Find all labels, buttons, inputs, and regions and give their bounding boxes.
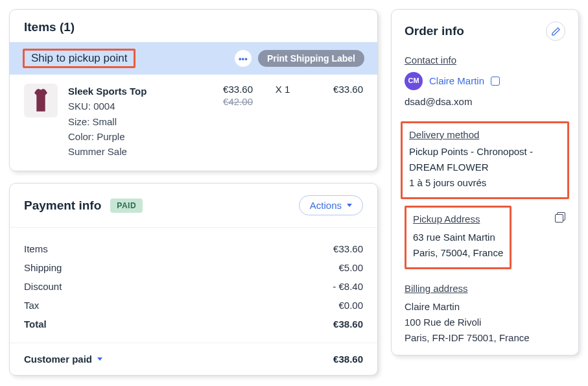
more-menu-button[interactable]: ••• [235, 50, 252, 67]
contact-email: dsad@dsa.xom [405, 94, 565, 110]
payment-card: Payment info PAID Actions Items €33.60 S… [9, 183, 378, 376]
pickup-label: Pickup Address [413, 211, 503, 227]
chevron-down-icon [97, 357, 102, 361]
customer-paid-amount: €38.60 [333, 354, 363, 365]
items-label: Items [24, 243, 48, 254]
customer-paid-label: Customer paid [24, 354, 92, 365]
billing-line2: Paris, FR-IDF 75001, France [405, 330, 565, 346]
billing-line1: 100 Rue de Rivoli [405, 315, 565, 330]
product-size: Size: Small [68, 114, 194, 129]
chevron-down-icon [347, 204, 352, 207]
contact-label: Contact info [405, 53, 565, 68]
tshirt-icon [30, 88, 52, 114]
delivery-method-highlight: Delivery method Pickup Points - Chronopo… [401, 121, 569, 199]
billing-section: Billing address Claire Martin 100 Rue de… [392, 276, 578, 355]
total-label: Total [24, 319, 47, 330]
billing-name: Claire Martin [405, 299, 565, 315]
shipping-label: Shipping [24, 262, 62, 273]
total-value: €38.60 [333, 319, 363, 330]
shipping-value: €5.00 [338, 262, 363, 273]
pickup-line2: Paris, 75004, France [413, 245, 503, 261]
product-thumbnail [24, 84, 58, 117]
pickup-address-highlight: Pickup Address 63 rue Saint Martin Paris… [405, 206, 512, 269]
payment-row-items: Items €33.60 [24, 239, 363, 258]
tax-label: Tax [24, 300, 39, 311]
edit-button[interactable] [546, 21, 565, 41]
actions-button[interactable]: Actions [299, 195, 363, 215]
actions-label: Actions [310, 200, 342, 211]
ship-to-pickup-badge: Ship to pickup point [23, 49, 135, 68]
quantity: X 1 [263, 84, 302, 159]
items-header: Items (1) [10, 10, 377, 42]
items-card: Items (1) Ship to pickup point ••• Print… [9, 9, 378, 171]
payment-row-tax: Tax €0.00 [24, 296, 363, 315]
product-name: Sleek Sports Top [68, 84, 194, 99]
ship-bar: Ship to pickup point ••• Print Shipping … [10, 42, 377, 75]
delivery-label: Delivery method [409, 127, 561, 143]
payment-row-total: Total €38.60 [24, 315, 363, 339]
chat-icon[interactable] [491, 77, 500, 86]
line-total: €33.60 [312, 84, 363, 159]
unit-price: €33.60 [205, 84, 253, 95]
unit-price-col: €33.60 €42.00 [205, 84, 253, 159]
order-info-title: Order info [405, 24, 464, 38]
copy-address-button[interactable] [555, 212, 565, 223]
product-color: Color: Purple [68, 129, 194, 144]
line-item: Sleek Sports Top SKU: 0004 Size: Small C… [10, 75, 377, 171]
product-promo: Summer Sale [68, 144, 194, 159]
delivery-eta: 1 à 5 jours ouvrés [409, 175, 561, 191]
original-price: €42.00 [205, 96, 253, 107]
print-shipping-label-button[interactable]: Print Shipping Label [258, 50, 364, 67]
payment-title: Payment info [24, 199, 101, 213]
contact-name-link[interactable]: Claire Martin [429, 73, 484, 89]
product-sku: SKU: 0004 [68, 99, 194, 114]
avatar: CM [405, 72, 423, 90]
billing-label: Billing address [405, 281, 565, 296]
product-details: Sleek Sports Top SKU: 0004 Size: Small C… [68, 84, 194, 159]
tax-value: €0.00 [338, 300, 363, 311]
payment-row-shipping: Shipping €5.00 [24, 258, 363, 277]
discount-value: - €8.40 [333, 281, 363, 292]
items-value: €33.60 [333, 243, 363, 254]
contact-section: Contact info CM Claire Martin dsad@dsa.x… [392, 47, 578, 119]
payment-row-discount: Discount - €8.40 [24, 277, 363, 296]
delivery-method: Pickup Points - Chronopost - DREAM FLOWE… [409, 144, 561, 175]
pencil-icon [551, 27, 561, 36]
order-info-card: Order info Contact info CM Claire Martin… [391, 9, 579, 356]
customer-paid-toggle[interactable]: Customer paid [24, 354, 102, 365]
discount-label: Discount [24, 281, 62, 292]
pickup-line1: 63 rue Saint Martin [413, 230, 503, 245]
paid-badge: PAID [110, 199, 143, 213]
